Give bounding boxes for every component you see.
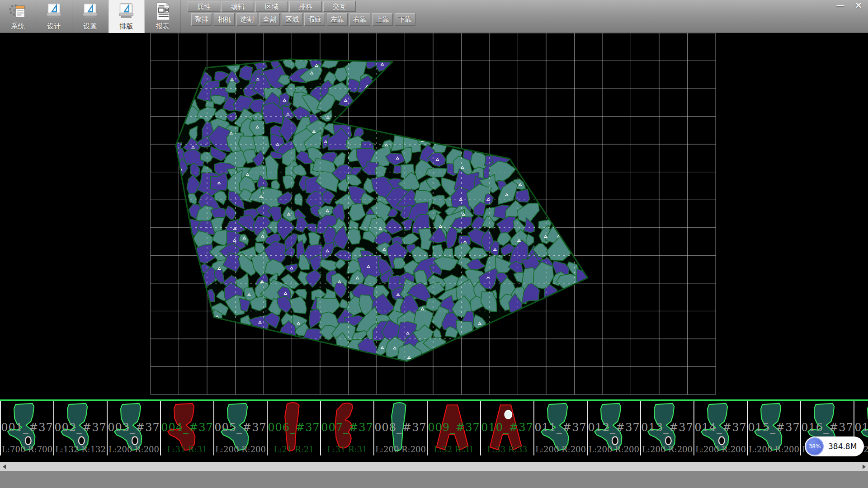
nav-item-label: 系统 (11, 22, 25, 31)
menu-tab-4[interactable]: 排料 (289, 1, 322, 12)
nesting-icon (117, 1, 137, 21)
toolbar: 系统设计设置排版报表 属性编辑区域排料交互 聚排相机选割全割区域瑕疵左靠右靠上靠… (0, 0, 868, 33)
piece-thumbnail-009_#37[interactable]: 009_#37L:32 R:31 (427, 401, 480, 455)
piece-thumbnail-001_#37[interactable]: 001_#37L:700 R:700 (0, 401, 53, 455)
piece-count-label: L:200 R:200 (748, 445, 800, 454)
tool-button-4[interactable]: 全割 (259, 13, 280, 26)
piece-id-label: 006_#37 (268, 421, 320, 434)
piece-id-label: 004_#37 (161, 421, 213, 434)
piece-count-label: L:21 R:21 (268, 445, 320, 454)
bottom-bar (0, 471, 868, 488)
piece-id-label: 008_#37 (374, 421, 427, 434)
nesting-canvas[interactable] (0, 33, 868, 399)
piece-thumbnail-002_#37[interactable]: 002_#37L:132 R:132 (53, 401, 107, 455)
piece-id-label: 005_#37 (214, 421, 267, 434)
piece-id-label: 001_#37 (1, 421, 53, 434)
nav-item-label: 报表 (156, 22, 170, 31)
piece-thumbnail-011_#37[interactable]: 011_#37L:200 R:200 (533, 401, 587, 455)
report-icon (153, 1, 173, 21)
piece-count-label: L:132 R:132 (54, 445, 107, 454)
piece-count-label: L:200 R:200 (641, 445, 693, 454)
tool-button-5[interactable]: 区域 (282, 13, 302, 26)
piece-count-label: L:200 R:200 (108, 445, 160, 454)
menu-tab-5[interactable]: 交互 (323, 1, 356, 12)
menu-tab-1[interactable]: 属性 (188, 1, 220, 12)
piece-thumbnail-003_#37[interactable]: 003_#37L:200 R:200 (107, 401, 160, 455)
chevron-left-icon (3, 465, 6, 469)
piece-id-label: 012_#37 (588, 421, 640, 434)
piece-id-label: 015_#37 (748, 421, 800, 434)
piece-thumbnail-008_#37[interactable]: 008_#37L:200 R:200 (373, 401, 427, 455)
piece-id-label: 017_#37 (854, 421, 868, 434)
piece-id-label: 014_#37 (694, 421, 747, 434)
piece-count-label: L:31 R:31 (321, 445, 373, 454)
close-button[interactable]: × (850, 0, 867, 10)
nav-item-label: 设置 (84, 22, 97, 31)
piece-count-label: L:33 R:33 (481, 445, 533, 454)
design-icon (44, 1, 64, 21)
piece-thumbnail-strip: 001_#37L:700 R:700002_#37L:132 R:132003_… (0, 399, 868, 462)
piece-id-label: 007_#37 (321, 421, 373, 434)
tool-button-10[interactable]: 下靠 (395, 13, 415, 26)
menu-tab-3[interactable]: 区域 (255, 1, 288, 12)
piece-id-label: 010_#37 (481, 421, 533, 434)
minimize-button[interactable]: — (832, 0, 849, 10)
piece-thumbnail-014_#37[interactable]: 014_#37L:200 R:200 (693, 401, 747, 455)
piece-id-label: 011_#37 (534, 421, 587, 434)
scroll-right-button[interactable] (860, 462, 868, 471)
piece-id-label: 013_#37 (641, 421, 693, 434)
piece-thumbnail-006_#37[interactable]: 006_#37L:21 R:21 (267, 401, 320, 455)
piece-thumbnail-013_#37[interactable]: 013_#37L:200 R:200 (640, 401, 693, 455)
nav-item-nesting[interactable]: 排版 (108, 0, 145, 33)
tool-button-1[interactable]: 聚排 (191, 13, 212, 26)
nav-item-system[interactable]: 系统 (0, 0, 36, 33)
menu-tab-2[interactable]: 编辑 (222, 1, 254, 12)
tool-button-9[interactable]: 上靠 (372, 13, 393, 26)
tool-button-7[interactable]: 左靠 (327, 13, 348, 26)
piece-count-label: L:200 R:200 (214, 445, 267, 454)
nav-item-label: 排版 (120, 22, 133, 31)
percent-indicator: 38% (806, 437, 824, 455)
tool-button-3[interactable]: 选割 (236, 13, 257, 26)
memory-value: 384.8M (828, 442, 857, 451)
nav-item-design[interactable]: 设计 (36, 0, 72, 33)
piece-count-label: L:200 R:200 (374, 445, 427, 454)
tool-button-2[interactable]: 相机 (214, 13, 235, 26)
piece-id-label: 002_#37 (54, 421, 107, 434)
piece-thumbnail-012_#37[interactable]: 012_#37L:200 R:200 (587, 401, 640, 455)
piece-thumbnail-010_#37[interactable]: 010_#37L:33 R:33 (480, 401, 533, 455)
nav-item-label: 设计 (47, 22, 61, 31)
piece-thumbnail-005_#37[interactable]: 005_#37L:200 R:200 (213, 401, 267, 455)
piece-id-label: 009_#37 (428, 421, 480, 434)
nesting-canvas-drawing[interactable] (0, 33, 868, 399)
piece-count-label: L:200 R:200 (694, 445, 747, 454)
system-icon (8, 1, 28, 21)
nav-item-report[interactable]: 报表 (145, 0, 181, 33)
nav-item-settings[interactable]: 设置 (72, 0, 108, 33)
piece-count-label: L:32 R:31 (428, 445, 480, 454)
piece-count-label: L:700 R:700 (1, 445, 53, 454)
scroll-left-button[interactable] (0, 462, 8, 471)
tool-button-8[interactable]: 右靠 (349, 13, 370, 26)
piece-count-label: L:31 R:31 (161, 445, 213, 454)
piece-count-label: L:200 R:200 (588, 445, 640, 454)
piece-count-label: L:200 R:200 (534, 445, 587, 454)
chevron-right-icon (863, 465, 866, 469)
horizontal-scrollbar[interactable] (0, 462, 868, 471)
piece-thumbnail-007_#37[interactable]: 007_#37L:31 R:31 (320, 401, 373, 455)
piece-thumbnail-015_#37[interactable]: 015_#37L:200 R:200 (747, 401, 800, 455)
piece-id-label: 016_#37 (801, 421, 854, 434)
tool-button-6[interactable]: 瑕疵 (304, 13, 325, 26)
memory-badge[interactable]: 38% 384.8M (805, 436, 864, 456)
piece-id-label: 003_#37 (108, 421, 160, 434)
settings-icon (80, 1, 100, 21)
piece-thumbnail-004_#37[interactable]: 004_#37L:31 R:31 (160, 401, 213, 455)
